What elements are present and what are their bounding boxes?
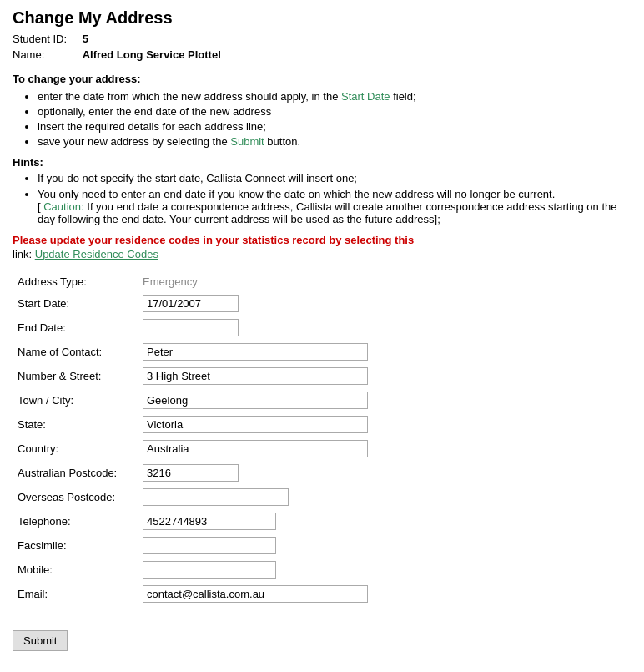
hint-2: You only need to enter an end date if yo… xyxy=(38,188,631,225)
town-city-input[interactable] xyxy=(143,392,368,409)
state-label: State: xyxy=(13,412,138,437)
address-type-row: Address Type: Emergency xyxy=(13,272,480,291)
email-label: Email: xyxy=(13,582,138,606)
telephone-input[interactable] xyxy=(143,513,276,530)
mobile-label: Mobile: xyxy=(13,558,138,582)
submit-button[interactable]: Submit xyxy=(13,630,68,651)
mobile-input[interactable] xyxy=(143,561,276,579)
email-row: Email: xyxy=(13,582,480,606)
country-label: Country: xyxy=(13,437,138,461)
intro-text: To change your address: xyxy=(13,73,631,85)
telephone-label: Telephone: xyxy=(13,509,138,533)
number-street-row: Number & Street: xyxy=(13,364,480,388)
hints-label: Hints: xyxy=(13,156,631,169)
contact-name-label: Name of Contact: xyxy=(13,340,138,364)
start-date-row: Start Date: xyxy=(13,291,480,316)
hints-list: If you do not specify the start date, Ca… xyxy=(38,172,631,225)
name-label: Name: xyxy=(13,48,79,61)
student-name-value: Alfred Long Service Plottel xyxy=(83,48,221,61)
facsimile-label: Facsimile: xyxy=(13,533,138,558)
hint-1: If you do not specify the start date, Ca… xyxy=(38,172,631,184)
number-street-input[interactable] xyxy=(143,367,368,385)
number-street-label: Number & Street: xyxy=(13,364,138,388)
update-residence-link[interactable]: Update Residence Codes xyxy=(35,248,158,260)
state-row: State: xyxy=(13,412,480,437)
overseas-postcode-label: Overseas Postcode: xyxy=(13,485,138,509)
telephone-row: Telephone: xyxy=(13,509,480,533)
residence-link-line: link: Update Residence Codes xyxy=(13,248,631,260)
overseas-postcode-row: Overseas Postcode: xyxy=(13,485,480,509)
mobile-row: Mobile: xyxy=(13,558,480,582)
email-input[interactable] xyxy=(143,585,368,603)
aus-postcode-row: Australian Postcode: xyxy=(13,461,480,485)
instructions-list: enter the date from which the new addres… xyxy=(38,90,631,148)
town-city-label: Town / City: xyxy=(13,388,138,412)
address-type-value: Emergency xyxy=(143,275,198,288)
overseas-postcode-input[interactable] xyxy=(143,488,289,506)
submit-text-link[interactable]: Submit xyxy=(230,135,264,148)
end-date-label: End Date: xyxy=(13,316,138,340)
page-title: Change My Address xyxy=(13,8,631,28)
end-date-row: End Date: xyxy=(13,316,480,340)
aus-postcode-input[interactable] xyxy=(143,464,239,482)
contact-name-row: Name of Contact: xyxy=(13,340,480,364)
start-date-link[interactable]: Start Date xyxy=(341,90,390,103)
caution-label: Caution: xyxy=(43,200,83,213)
contact-name-input[interactable] xyxy=(143,343,368,361)
start-date-label: Start Date: xyxy=(13,291,138,316)
end-date-input[interactable] xyxy=(143,319,239,336)
country-input[interactable] xyxy=(143,440,368,457)
instruction-1: enter the date from which the new addres… xyxy=(38,90,631,103)
facsimile-input[interactable] xyxy=(143,537,276,554)
student-id-value: 5 xyxy=(83,33,88,45)
student-id-label: Student ID: xyxy=(13,33,79,45)
country-row: Country: xyxy=(13,437,480,461)
address-type-label: Address Type: xyxy=(13,272,138,291)
address-form: Address Type: Emergency Start Date: End … xyxy=(13,272,480,606)
facsimile-row: Facsimile: xyxy=(13,533,480,558)
start-date-input[interactable] xyxy=(143,295,239,312)
instruction-4: save your new address by selecting the S… xyxy=(38,135,631,148)
state-input[interactable] xyxy=(143,416,368,433)
town-city-row: Town / City: xyxy=(13,388,480,412)
aus-postcode-label: Australian Postcode: xyxy=(13,461,138,485)
instruction-3: insert the required details for each add… xyxy=(38,120,631,133)
instruction-2: optionally, enter the end date of the ne… xyxy=(38,105,631,118)
residence-notice: Please update your residence codes in yo… xyxy=(13,234,631,246)
